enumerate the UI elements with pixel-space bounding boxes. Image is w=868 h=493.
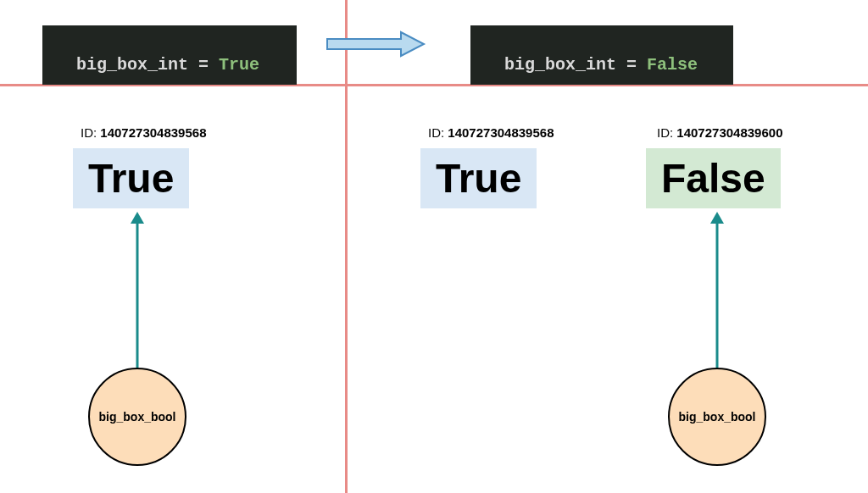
code-value: False [647,55,698,75]
variable-circle-left: big_box_bool [88,368,186,466]
id-prefix: ID: [657,125,676,140]
svg-marker-0 [327,32,424,56]
vertical-divider [345,0,348,493]
code-box-right: big_box_int = False [470,25,733,85]
variable-circle-right: big_box_bool [668,368,766,466]
code-value: True [219,55,259,75]
id-number: 140727304839568 [100,125,206,140]
variable-name: big_box_bool [99,410,176,424]
arrow-up-icon [707,212,727,368]
svg-marker-4 [710,212,724,224]
arrow-right-icon [320,29,431,59]
id-prefix: ID: [428,125,448,140]
id-number: 140727304839568 [448,125,554,140]
svg-marker-2 [131,212,144,224]
code-var: big_box_int [504,55,616,75]
id-label-right-true: ID: 140727304839568 [428,125,554,140]
value-box-right-true: True [420,148,537,208]
id-prefix: ID: [81,125,100,140]
id-number: 140727304839600 [676,125,782,140]
value-text: False [661,156,765,201]
value-box-left-true: True [73,148,189,208]
id-label-left-true: ID: 140727304839568 [81,125,206,140]
code-op: = [188,55,219,75]
variable-name: big_box_bool [679,410,756,424]
value-box-right-false: False [646,148,781,208]
value-text: True [88,156,174,201]
arrow-up-icon [127,212,147,368]
code-box-left: big_box_int = True [42,25,297,85]
value-text: True [436,156,521,201]
code-op: = [616,55,647,75]
code-var: big_box_int [76,55,188,75]
id-label-right-false: ID: 140727304839600 [657,125,782,140]
